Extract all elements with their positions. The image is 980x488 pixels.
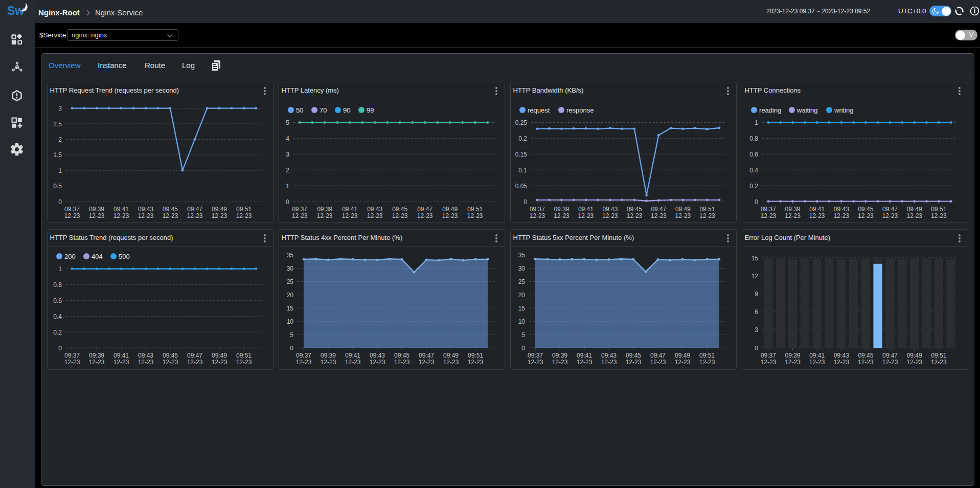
svg-text:12-23: 12-23 [627, 212, 643, 219]
svg-text:12-23: 12-23 [675, 212, 691, 219]
svg-text:12-23: 12-23 [345, 359, 361, 366]
svg-text:12-23: 12-23 [236, 212, 252, 219]
svg-text:5: 5 [521, 331, 525, 339]
svg-text:12-23: 12-23 [650, 359, 666, 366]
svg-text:12-23: 12-23 [651, 212, 667, 219]
svg-text:12-23: 12-23 [163, 212, 178, 219]
svg-text:12-23: 12-23 [64, 212, 80, 219]
svg-text:12-23: 12-23 [138, 212, 154, 219]
svg-text:12-23: 12-23 [212, 359, 227, 366]
svg-text:15: 15 [518, 305, 526, 312]
svg-text:15: 15 [751, 255, 759, 262]
svg-text:12-23: 12-23 [761, 359, 777, 366]
svg-text:12-23: 12-23 [761, 212, 777, 219]
svg-text:12-23: 12-23 [370, 359, 385, 366]
svg-text:0: 0 [523, 198, 527, 206]
svg-text:12-23: 12-23 [833, 359, 849, 366]
svg-text:35: 35 [518, 252, 526, 259]
svg-text:12-23: 12-23 [931, 359, 947, 366]
svg-text:0.4: 0.4 [749, 167, 758, 174]
svg-text:1.5: 1.5 [53, 151, 62, 159]
svg-text:10: 10 [287, 318, 294, 325]
svg-text:2.5: 2.5 [53, 121, 62, 128]
svg-text:12-23: 12-23 [187, 212, 203, 219]
svg-text:20: 20 [287, 292, 294, 299]
svg-text:0.4: 0.4 [53, 313, 62, 320]
svg-text:4: 4 [286, 135, 289, 142]
svg-text:12-23: 12-23 [443, 359, 459, 366]
svg-text:12-23: 12-23 [699, 212, 715, 219]
svg-text:12-23: 12-23 [530, 212, 545, 219]
svg-text:404: 404 [92, 253, 103, 260]
svg-text:0: 0 [286, 198, 289, 206]
svg-text:12-23: 12-23 [602, 212, 618, 219]
svg-text:15: 15 [287, 305, 294, 312]
svg-text:3: 3 [286, 151, 289, 158]
svg-text:0.5: 0.5 [53, 183, 62, 190]
svg-text:90: 90 [343, 106, 350, 114]
svg-text:30: 30 [287, 265, 294, 272]
svg-text:12-23: 12-23 [419, 359, 435, 366]
svg-text:70: 70 [320, 106, 327, 114]
svg-text:12-23: 12-23 [858, 212, 874, 219]
svg-text:12-23: 12-23 [417, 212, 433, 219]
svg-text:12-23: 12-23 [577, 359, 592, 366]
svg-text:writing: writing [834, 106, 854, 114]
svg-text:12-23: 12-23 [163, 359, 178, 366]
svg-text:waiting: waiting [796, 106, 817, 114]
svg-text:0: 0 [290, 345, 293, 352]
svg-text:12-23: 12-23 [138, 359, 154, 366]
svg-text:12-23: 12-23 [321, 359, 336, 366]
svg-text:20: 20 [518, 292, 526, 299]
svg-text:0.6: 0.6 [53, 297, 62, 304]
svg-text:200: 200 [64, 253, 76, 260]
svg-text:12-23: 12-23 [64, 359, 80, 366]
svg-text:12-23: 12-23 [296, 359, 312, 366]
svg-text:0.2: 0.2 [53, 329, 62, 336]
svg-text:reading: reading [759, 106, 781, 114]
svg-text:12-23: 12-23 [442, 212, 458, 219]
svg-text:25: 25 [518, 278, 526, 285]
svg-text:0.2: 0.2 [749, 183, 758, 190]
svg-text:12-23: 12-23 [552, 359, 568, 366]
svg-text:0.6: 0.6 [749, 151, 758, 158]
svg-text:0: 0 [755, 345, 758, 352]
svg-text:request: request [528, 106, 550, 114]
svg-text:12-23: 12-23 [882, 359, 898, 366]
svg-text:0: 0 [58, 345, 62, 352]
svg-text:response: response [566, 106, 594, 114]
svg-text:12-23: 12-23 [906, 359, 922, 366]
svg-text:12-23: 12-23 [882, 212, 898, 219]
svg-text:12-23: 12-23 [394, 359, 410, 366]
svg-text:3: 3 [755, 326, 758, 334]
svg-text:12-23: 12-23 [236, 359, 252, 366]
svg-text:12-23: 12-23 [113, 212, 129, 219]
svg-text:6: 6 [755, 308, 758, 316]
svg-text:0.15: 0.15 [515, 151, 528, 158]
svg-text:1: 1 [755, 119, 758, 126]
svg-text:12-23: 12-23 [317, 212, 333, 219]
svg-text:0.2: 0.2 [518, 135, 527, 142]
svg-text:12-23: 12-23 [785, 212, 801, 219]
svg-text:1: 1 [58, 265, 62, 273]
svg-text:12-23: 12-23 [601, 359, 617, 366]
svg-text:1: 1 [286, 183, 289, 190]
svg-text:0.1: 0.1 [518, 167, 527, 174]
svg-text:12-23: 12-23 [675, 359, 691, 366]
svg-text:12-23: 12-23 [809, 359, 825, 366]
svg-text:12-23: 12-23 [858, 359, 874, 366]
svg-text:12-23: 12-23 [292, 212, 308, 219]
svg-text:30: 30 [518, 265, 526, 272]
svg-text:12-23: 12-23 [89, 212, 105, 219]
svg-text:500: 500 [119, 253, 130, 260]
svg-text:35: 35 [287, 252, 294, 259]
svg-text:12-23: 12-23 [467, 212, 483, 219]
svg-text:2: 2 [286, 167, 289, 174]
svg-text:2: 2 [58, 136, 62, 143]
svg-text:10: 10 [518, 318, 526, 325]
svg-text:12-23: 12-23 [392, 212, 408, 219]
svg-text:0.8: 0.8 [749, 135, 758, 142]
svg-text:0.25: 0.25 [515, 119, 528, 126]
svg-text:0: 0 [755, 198, 758, 206]
svg-text:3: 3 [58, 105, 62, 112]
